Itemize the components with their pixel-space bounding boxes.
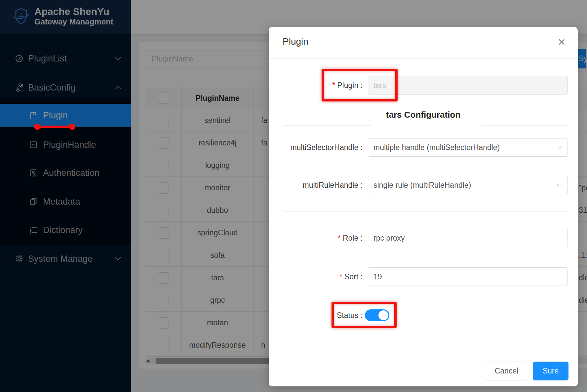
- multiselectorhandle-label: multiSelectorHandle :: [269, 138, 363, 157]
- annotation-box-status-toggle: [332, 302, 397, 328]
- section-divider: [283, 211, 568, 212]
- annotation-box-plugin-field: [322, 69, 398, 101]
- config-heading: tars Configuration: [269, 110, 578, 120]
- app-screen: PluginName PluginName sentinelfaresilien…: [0, 0, 587, 392]
- multirulehandle-label: multiRuleHandle :: [269, 176, 363, 194]
- sure-button[interactable]: Sure: [533, 362, 568, 380]
- divider-left: [283, 125, 372, 126]
- chevron-down-icon: [556, 146, 562, 149]
- multirulehandle-select[interactable]: single rule (multiRuleHandle): [368, 176, 568, 194]
- select-value: multiple handle (multiSelectorHandle): [373, 143, 500, 152]
- annotation-dot-left: [34, 124, 40, 130]
- chevron-down-icon: [556, 183, 562, 187]
- role-field-label: *Role :: [269, 229, 363, 247]
- modal-header: Plugin ✕: [269, 27, 578, 59]
- cancel-button[interactable]: Cancel: [485, 362, 528, 380]
- sort-input[interactable]: 19: [368, 267, 568, 286]
- plugin-modal: Plugin ✕ *Plugin : tars tars Configurati…: [269, 27, 578, 386]
- modal-title: Plugin: [283, 36, 308, 47]
- divider-right: [482, 125, 568, 126]
- modal-footer: Cancel Sure: [269, 355, 578, 386]
- required-mark: *: [339, 272, 342, 281]
- required-mark: *: [338, 234, 341, 242]
- select-value: single rule (multiRuleHandle): [373, 181, 471, 189]
- multiselectorhandle-select[interactable]: multiple handle (multiSelectorHandle): [368, 138, 568, 157]
- annotation-underline-plugin: [37, 126, 72, 128]
- role-input[interactable]: rpc proxy: [368, 229, 568, 247]
- plugin-name-input[interactable]: tars: [368, 76, 568, 95]
- close-icon[interactable]: ✕: [558, 36, 566, 48]
- sort-field-label: *Sort :: [269, 267, 363, 286]
- annotation-dot-right: [69, 124, 75, 130]
